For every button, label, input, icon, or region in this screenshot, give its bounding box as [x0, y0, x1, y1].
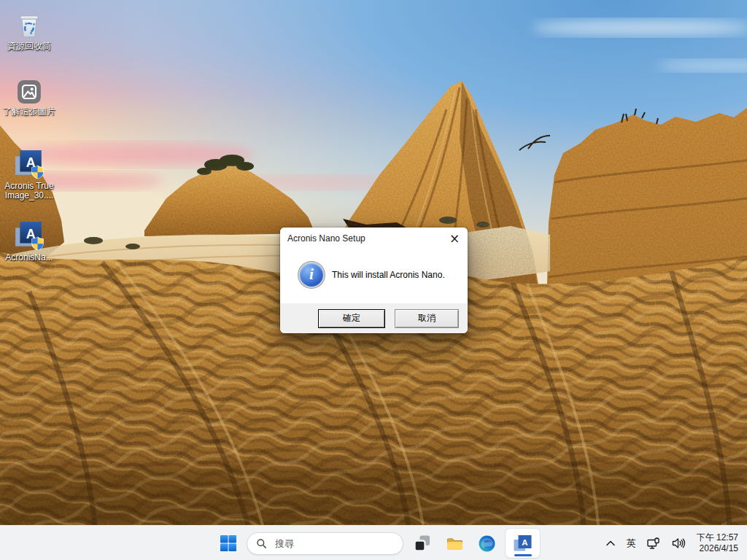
acronis-installer-icon: A	[14, 220, 44, 251]
taskbar-center: A	[216, 526, 540, 560]
edge-browser-button[interactable]	[473, 529, 500, 558]
chevron-up-icon	[605, 540, 616, 547]
dialog-message: This will install Acronis Nano.	[332, 270, 445, 280]
ok-button[interactable]: 確定	[318, 309, 385, 328]
network-icon	[647, 537, 661, 550]
dialog-titlebar[interactable]: Acronis Nano Setup ×	[280, 228, 468, 249]
running-indicator	[514, 554, 532, 556]
file-explorer-button[interactable]	[441, 529, 468, 558]
task-view-button[interactable]	[409, 529, 436, 558]
start-button[interactable]	[216, 529, 241, 558]
desktop-icon-acronis-true-image[interactable]: A Acronis TrueImage_30....	[0, 149, 58, 201]
file-explorer-icon	[446, 534, 464, 553]
taskbar: A 英	[0, 525, 747, 560]
acronis-app-icon: A	[513, 534, 533, 553]
dialog-footer: 確定 取消	[280, 303, 468, 333]
system-tray: 英 下午 12:57 2026/4/15	[605, 526, 747, 560]
edge-icon	[478, 534, 496, 553]
desktop-icon-acronis-nano[interactable]: A AcronisNa...	[0, 220, 58, 262]
dialog-body: i This will install Acronis Nano.	[280, 249, 468, 303]
recycle-bin-icon	[15, 10, 43, 39]
search-input[interactable]	[274, 537, 393, 550]
picture-info-icon	[16, 79, 42, 105]
volume-icon	[672, 537, 686, 549]
volume-button[interactable]	[672, 537, 686, 549]
taskbar-search[interactable]	[247, 532, 403, 555]
svg-text:A: A	[522, 538, 527, 547]
acronis-shield-icon	[32, 166, 43, 179]
windows-desktop: 資源回收筒 了解這張圖片 A Acronis Tru	[0, 0, 747, 560]
dialog-title: Acronis Nano Setup	[287, 233, 441, 244]
clock-time: 下午 12:57	[697, 532, 738, 543]
desktop-icon-label: Acronis TrueImage_30....	[4, 182, 53, 201]
start-icon	[220, 534, 237, 552]
acronis-app-button[interactable]: A	[506, 529, 540, 558]
task-view-icon	[414, 534, 431, 552]
search-icon	[256, 538, 267, 549]
clock[interactable]: 下午 12:57 2026/4/15	[697, 532, 738, 554]
language-indicator[interactable]: 英	[627, 537, 636, 550]
info-icon: i	[300, 263, 323, 287]
acronis-shield-icon	[32, 237, 43, 250]
acronis-nano-setup-dialog: Acronis Nano Setup × i This will install…	[280, 228, 468, 333]
desktop-icon-label: 資源回收筒	[7, 42, 51, 51]
desktop-icon-learn-picture[interactable]: 了解這張圖片	[0, 79, 58, 117]
close-icon[interactable]: ×	[441, 228, 468, 249]
desktop-icon-label: AcronisNa...	[5, 253, 53, 262]
desktop-icon-recycle-bin[interactable]: 資源回收筒	[0, 10, 58, 51]
acronis-installer-icon: A	[14, 149, 44, 179]
network-button[interactable]	[647, 537, 661, 550]
cancel-button[interactable]: 取消	[395, 309, 459, 328]
desktop-icon-label: 了解這張圖片	[3, 107, 55, 117]
clock-date: 2026/4/15	[700, 543, 738, 554]
tray-chevron-button[interactable]	[605, 540, 616, 547]
